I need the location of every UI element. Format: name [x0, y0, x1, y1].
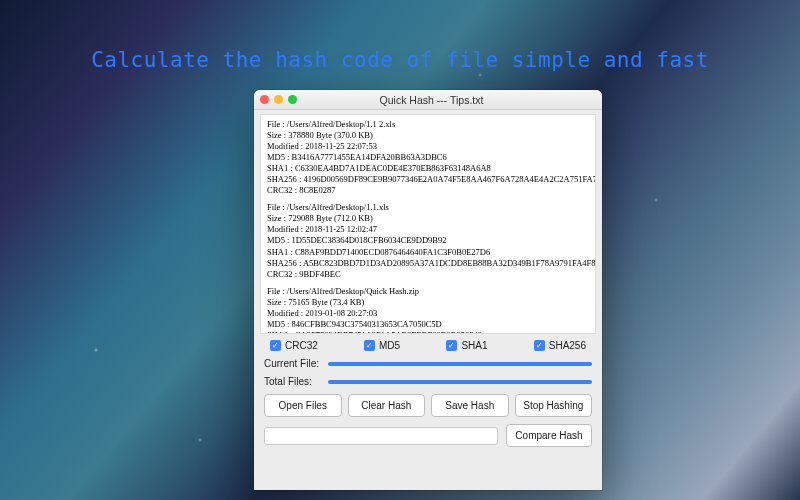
checkbox-sha256[interactable]: SHA256 [534, 340, 586, 351]
window-title: Quick Hash --- Tips.txt [267, 94, 596, 106]
file-block: File : /Users/Alfred/Desktop/1.1.xls Siz… [267, 202, 589, 279]
stop-hashing-button[interactable]: Stop Hashing [515, 394, 593, 417]
compare-hash-button[interactable]: Compare Hash [506, 424, 592, 447]
marketing-headline: Calculate the hash code of file simple a… [0, 48, 800, 72]
checkmark-icon [364, 340, 375, 351]
total-files-label: Total Files: [264, 376, 322, 387]
open-files-button[interactable]: Open Files [264, 394, 342, 417]
checkmark-icon [534, 340, 545, 351]
checkbox-md5[interactable]: MD5 [364, 340, 400, 351]
action-buttons: Open Files Clear Hash Save Hash Stop Has… [264, 394, 592, 417]
file-block: File : /Users/Alfred/Desktop/Quick Hash.… [267, 286, 589, 334]
compare-input[interactable] [264, 427, 498, 445]
current-file-label: Current File: [264, 358, 322, 369]
progress-bar-current [328, 362, 592, 366]
checkbox-crc32[interactable]: CRC32 [270, 340, 318, 351]
checkmark-icon [270, 340, 281, 351]
checkmark-icon [446, 340, 457, 351]
current-file-progress: Current File: [264, 358, 592, 369]
hash-output-pane[interactable]: File : /Users/Alfred/Desktop/1.1 2.xls S… [260, 114, 596, 334]
compare-row: Compare Hash [264, 424, 592, 447]
controls-panel: CRC32 MD5 SHA1 SHA256 Current File: Tota… [254, 338, 602, 455]
file-block: File : /Users/Alfred/Desktop/1.1 2.xls S… [267, 119, 589, 196]
progress-bar-total [328, 380, 592, 384]
save-hash-button[interactable]: Save Hash [431, 394, 509, 417]
clear-hash-button[interactable]: Clear Hash [348, 394, 426, 417]
checkbox-sha1[interactable]: SHA1 [446, 340, 487, 351]
app-window: Quick Hash --- Tips.txt File : /Users/Al… [254, 90, 602, 490]
total-files-progress: Total Files: [264, 376, 592, 387]
desktop-background: Calculate the hash code of file simple a… [0, 0, 800, 500]
titlebar[interactable]: Quick Hash --- Tips.txt [254, 90, 602, 110]
hash-type-row: CRC32 MD5 SHA1 SHA256 [264, 340, 592, 351]
